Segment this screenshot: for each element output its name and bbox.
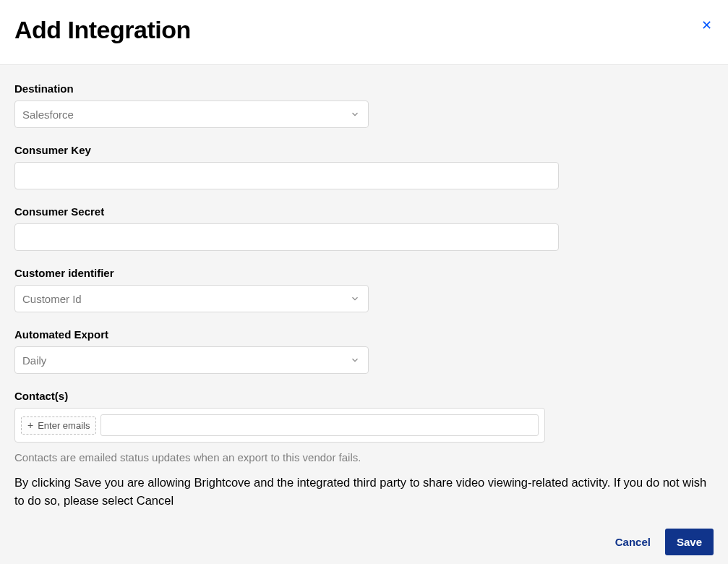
destination-select[interactable]: Salesforce — [14, 101, 369, 128]
dialog-footer: Cancel Save — [14, 529, 714, 555]
consumer-secret-label: Consumer Secret — [14, 205, 714, 218]
cancel-button[interactable]: Cancel — [614, 530, 652, 554]
close-icon[interactable]: ✕ — [700, 19, 714, 32]
customer-identifier-value: Customer Id — [14, 285, 369, 312]
automated-export-select[interactable]: Daily — [14, 346, 369, 374]
save-button[interactable]: Save — [665, 529, 714, 555]
disclaimer-text: By clicking Save you are allowing Bright… — [14, 474, 714, 510]
customer-identifier-label: Customer identifier — [14, 267, 714, 279]
destination-value: Salesforce — [14, 101, 369, 128]
consumer-secret-input[interactable] — [14, 223, 559, 251]
field-destination: Destination Salesforce — [14, 82, 714, 128]
field-customer-identifier: Customer identifier Customer Id — [14, 267, 714, 312]
contacts-helper-text: Contacts are emailed status updates when… — [14, 451, 714, 463]
field-consumer-secret: Consumer Secret — [14, 205, 714, 251]
automated-export-value: Daily — [14, 346, 369, 374]
field-automated-export: Automated Export Daily — [14, 328, 714, 374]
dialog-body: Destination Salesforce Consumer Key Cons… — [0, 64, 728, 564]
add-email-chip[interactable]: + Enter emails — [21, 416, 96, 435]
customer-identifier-select[interactable]: Customer Id — [14, 285, 369, 312]
dialog-title: Add Integration — [14, 16, 191, 44]
consumer-key-input[interactable] — [14, 162, 559, 189]
plus-icon: + — [27, 420, 33, 430]
dialog-header: Add Integration ✕ — [0, 0, 728, 64]
contacts-label: Contact(s) — [14, 390, 714, 402]
automated-export-label: Automated Export — [14, 328, 714, 341]
field-consumer-key: Consumer Key — [14, 144, 714, 189]
add-email-chip-label: Enter emails — [38, 420, 90, 431]
consumer-key-label: Consumer Key — [14, 144, 714, 156]
destination-label: Destination — [14, 82, 714, 95]
field-contacts: Contact(s) + Enter emails Contacts are e… — [14, 390, 714, 463]
contacts-container: + Enter emails — [14, 408, 545, 443]
contacts-input[interactable] — [100, 414, 539, 436]
